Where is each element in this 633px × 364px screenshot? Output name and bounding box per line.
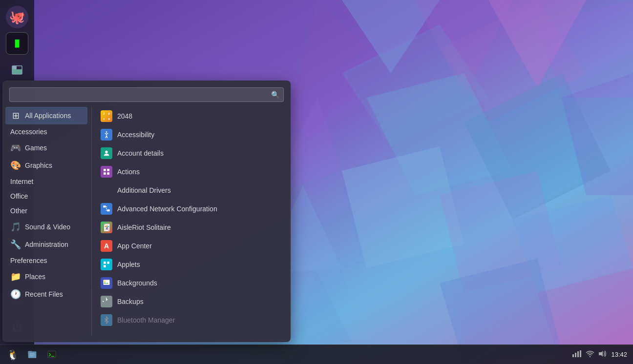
wifi-icon: [586, 350, 594, 359]
app-2048-icon: 2 0 4 8: [101, 110, 112, 122]
svg-rect-32: [107, 209, 109, 211]
category-label: All Applications: [25, 112, 71, 120]
svg-rect-21: [12, 69, 22, 74]
app-additional-drivers-label: Additional Drivers: [117, 186, 171, 194]
category-places[interactable]: 📁 Places: [5, 268, 87, 285]
category-preferences[interactable]: Preferences: [5, 253, 87, 268]
app-account-details[interactable]: Account details: [96, 144, 288, 162]
svg-point-26: [105, 151, 107, 153]
places-icon: 📁: [10, 271, 21, 282]
svg-rect-29: [104, 172, 106, 175]
app-app-center[interactable]: A App Center: [96, 237, 288, 255]
app-app-center-label: App Center: [117, 242, 152, 250]
graphics-label: Graphics: [25, 162, 52, 169]
taskbar-terminal-icon[interactable]: [43, 347, 61, 363]
svg-rect-27: [104, 169, 106, 171]
search-icon[interactable]: 🔍: [271, 91, 279, 99]
recent-files-label: Recent Files: [25, 290, 63, 298]
app-aisleriot-label: AisleRiot Solitaire: [117, 223, 171, 231]
svg-rect-48: [577, 351, 579, 357]
recent-files-icon: 🕐: [10, 289, 21, 300]
app-backups[interactable]: Backups: [96, 292, 288, 311]
office-label: Office: [10, 192, 28, 200]
category-internet[interactable]: Internet: [5, 174, 87, 189]
apps-column: 2 0 4 8 2048 Accessibility: [93, 107, 291, 336]
app-advanced-network[interactable]: Advanced Network Configuration: [96, 200, 288, 218]
svg-rect-36: [103, 280, 109, 285]
network-icon: [572, 350, 582, 359]
svg-point-38: [104, 281, 106, 282]
category-sound-video[interactable]: 🎵 Sound & Video: [5, 218, 87, 236]
svg-point-25: [106, 131, 107, 133]
app-additional-drivers-icon: [101, 184, 112, 196]
svg-rect-34: [107, 262, 109, 264]
category-graphics[interactable]: 🎨 Graphics: [5, 157, 87, 174]
category-office[interactable]: Office: [5, 189, 87, 203]
svg-rect-49: [580, 350, 581, 357]
category-administration[interactable]: 🔧 Administration: [5, 236, 87, 253]
games-label: Games: [25, 144, 47, 152]
filemanager-sidebar-icon[interactable]: [6, 59, 28, 81]
app-bluetooth-manager[interactable]: Bluetooth Manager: [96, 311, 288, 329]
category-other[interactable]: Other: [5, 203, 87, 218]
svg-rect-30: [107, 172, 109, 175]
taskbar-right: 13:42: [566, 350, 633, 359]
search-wrapper[interactable]: 🔍: [9, 87, 284, 102]
menu-body: ⊞ All Applications Accessories 🎮 Games 🎨…: [2, 107, 291, 336]
accessories-label: Accessories: [10, 128, 47, 136]
app-advanced-network-label: Advanced Network Configuration: [117, 205, 217, 213]
category-column: ⊞ All Applications Accessories 🎮 Games 🎨…: [2, 107, 90, 336]
search-input[interactable]: [14, 90, 271, 100]
taskbar: 🐧: [0, 344, 633, 364]
graphics-icon: 🎨: [10, 160, 21, 171]
category-games[interactable]: 🎮 Games: [5, 139, 87, 157]
app-backgrounds[interactable]: Backgrounds: [96, 274, 288, 292]
app-app-center-icon: A: [101, 240, 112, 252]
taskbar-left: 🐧: [0, 347, 64, 363]
app-accessibility[interactable]: Accessibility: [96, 125, 288, 144]
app-applets-label: Applets: [117, 261, 140, 268]
avatar-icon[interactable]: 🐙: [6, 6, 28, 28]
search-bar: 🔍: [2, 81, 291, 107]
volume-icon: [598, 350, 607, 359]
app-2048[interactable]: 2 0 4 8 2048: [96, 107, 288, 125]
svg-rect-47: [575, 353, 576, 357]
all-apps-icon: ⊞: [10, 110, 21, 121]
other-label: Other: [10, 207, 27, 215]
app-applets-icon: [101, 259, 112, 270]
administration-label: Administration: [25, 241, 68, 248]
category-accessories[interactable]: Accessories: [5, 124, 87, 139]
app-actions[interactable]: Actions: [96, 162, 288, 181]
desktop: 🐙 █ G: [0, 0, 633, 364]
taskbar-files-icon[interactable]: [23, 347, 41, 363]
app-backgrounds-icon: [101, 277, 112, 289]
places-label: Places: [25, 273, 45, 281]
app-aisleriot[interactable]: 🃏 AisleRiot Solitaire: [96, 218, 288, 237]
terminal-sidebar-icon[interactable]: █: [6, 32, 28, 55]
app-accessibility-icon: [101, 129, 112, 141]
sound-video-icon: 🎵: [10, 222, 21, 232]
internet-label: Internet: [10, 178, 33, 185]
svg-rect-20: [12, 66, 17, 69]
app-backups-label: Backups: [117, 298, 144, 305]
svg-rect-46: [572, 354, 574, 357]
app-bluetooth-manager-icon: [101, 314, 112, 326]
app-applets[interactable]: Applets: [96, 255, 288, 274]
app-backgrounds-label: Backgrounds: [117, 279, 157, 287]
svg-rect-35: [104, 265, 106, 267]
svg-rect-28: [107, 169, 109, 171]
taskbar-menu-icon[interactable]: 🐧: [4, 347, 21, 363]
app-bluetooth-manager-label: Bluetooth Manager: [117, 316, 175, 324]
app-aisleriot-icon: 🃏: [101, 222, 112, 233]
taskbar-clock: 13:42: [611, 351, 627, 358]
app-actions-icon: [101, 166, 112, 178]
column-divider: [91, 107, 92, 336]
category-recent-files[interactable]: 🕐 Recent Files: [5, 285, 87, 303]
category-all-applications[interactable]: ⊞ All Applications: [5, 107, 87, 124]
sound-video-label: Sound & Video: [25, 223, 70, 231]
svg-point-50: [590, 356, 591, 357]
app-advanced-network-icon: [101, 203, 112, 215]
app-menu: 🔍 ⊞ All Applications Accessories 🎮 Games: [2, 81, 291, 342]
app-additional-drivers[interactable]: Additional Drivers: [96, 181, 288, 200]
app-account-details-icon: [101, 147, 112, 159]
